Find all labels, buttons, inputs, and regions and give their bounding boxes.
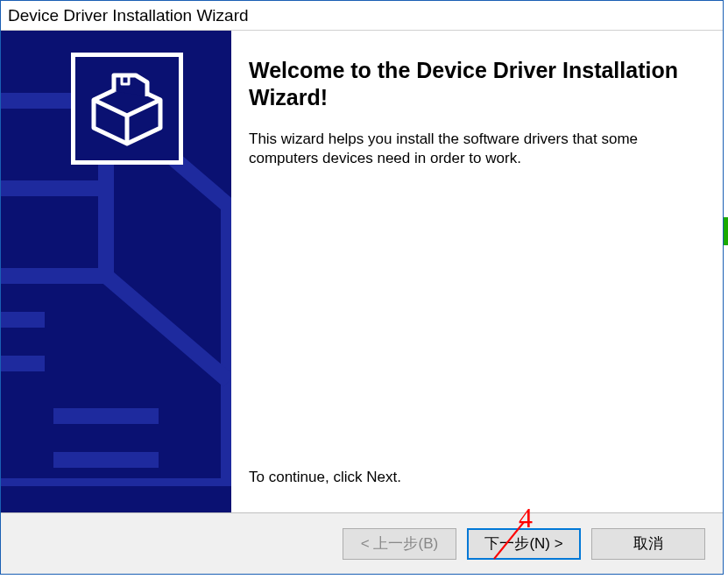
next-button[interactable]: 下一步(N) > [467, 528, 581, 560]
wizard-side-panel [1, 31, 231, 512]
window-title: Device Driver Installation Wizard [8, 6, 249, 25]
cancel-button[interactable]: 取消 [591, 528, 705, 560]
window-titlebar: Device Driver Installation Wizard [1, 1, 723, 31]
driver-box-icon [71, 53, 183, 165]
button-bar: < 上一步(B) 下一步(N) > 取消 [1, 512, 723, 574]
spacer [249, 168, 696, 469]
wizard-main-panel: Welcome to the Device Driver Installatio… [231, 31, 723, 512]
wizard-description: This wizard helps you install the softwa… [249, 130, 696, 168]
back-button: < 上一步(B) [343, 528, 456, 560]
green-edge-mark [724, 217, 728, 245]
wizard-window: Device Driver Installation Wizard [0, 0, 724, 575]
continue-instruction: To continue, click Next. [249, 469, 696, 486]
content-area: Welcome to the Device Driver Installatio… [1, 31, 723, 512]
wizard-heading: Welcome to the Device Driver Installatio… [249, 57, 696, 112]
